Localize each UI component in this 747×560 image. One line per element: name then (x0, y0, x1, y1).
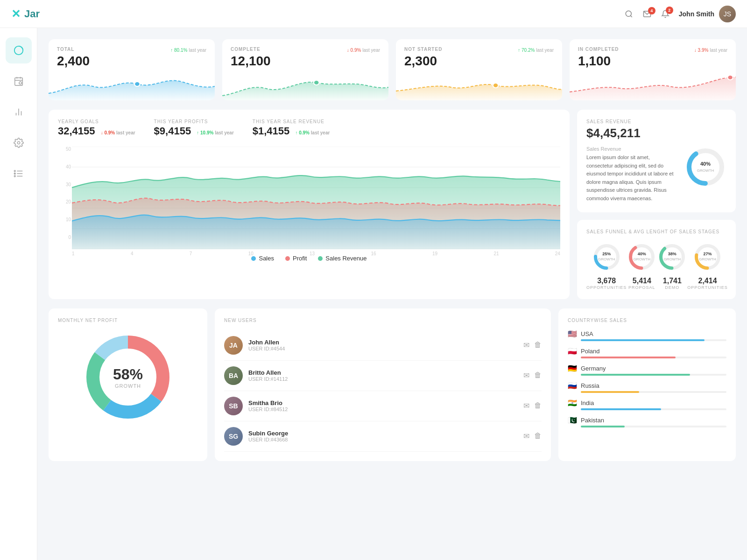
mail-badge: 4 (648, 7, 655, 14)
flag-poland: 🇵🇱 (568, 348, 577, 354)
sidebar-item-filters[interactable] (6, 161, 32, 187)
bar-germany (581, 374, 690, 376)
stat-card-total: TOTAL ↑ 80.1% last year 2,400 (49, 39, 215, 100)
country-row-pakistan: 🇵🇰 Pakistan (568, 417, 726, 427)
svg-point-19 (134, 82, 140, 86)
search-button[interactable] (625, 10, 633, 18)
user-avatar-0: JA (224, 336, 243, 355)
user-actions-1: ✉ 🗑 (523, 371, 542, 380)
flag-germany: 🇩🇪 (568, 365, 577, 371)
country-card: COUNTRYWISE SALES 🇺🇸 USA 🇵🇱 Poland (558, 308, 736, 461)
sales-revenue-card: SALES REVENUE $4,45,211 Sales Revenue Lo… (577, 110, 736, 212)
mail-icon-1[interactable]: ✉ (523, 371, 529, 380)
metric-value-profits: $9,4155 (154, 125, 191, 137)
header-right: 4 2 John Smith JS (625, 6, 736, 22)
svg-point-12 (17, 141, 20, 144)
profit-pct: 58% (113, 365, 143, 383)
country-row-india: 🇮🇳 India (568, 399, 726, 410)
donut-growth-pct: 40% GROWTH (697, 161, 714, 173)
svg-point-21 (493, 83, 499, 88)
metric-value-sale-revenue: $1,4155 (253, 125, 290, 137)
user-row-3: SG Subin George USER ID:#43668 ✉ 🗑 (224, 421, 542, 452)
country-row-russia: 🇷🇺 Russia (568, 382, 726, 393)
x-axis-labels: 147101316192124 (58, 251, 560, 256)
stat-cards-row: TOTAL ↑ 80.1% last year 2,400 (49, 39, 736, 100)
country-name-germany: Germany (581, 365, 606, 372)
sr-body: Sales Revenue Lorem ipsum dolor sit amet… (586, 146, 726, 203)
funnel-item-proposal: 40% GROWTH 5,414 PROPOSAL (627, 242, 657, 290)
stat-value-complete: 12,100 (231, 54, 380, 69)
sidebar-item-settings[interactable] (6, 130, 32, 156)
logo: ✕ Jar (11, 7, 40, 21)
user-info-2: Smitha Brio USER ID:#84512 (248, 399, 518, 412)
user-name-0: John Allen (248, 339, 518, 346)
svg-point-18 (14, 175, 15, 177)
delete-icon-1[interactable]: 🗑 (534, 371, 542, 380)
delete-icon-3[interactable]: 🗑 (534, 432, 542, 441)
sidebar-item-dashboard[interactable] (6, 37, 32, 63)
user-id-0: USER ID:#4544 (248, 346, 518, 351)
stat-card-complete: COMPLETE ↓ 0.9% last year 12,100 (222, 39, 388, 100)
bar-usa (581, 339, 705, 341)
legend-dot-sales-revenue (318, 256, 323, 261)
stat-value-not-started: 2,300 (404, 54, 554, 69)
profit-donut-center: 58% GROWTH (58, 330, 198, 424)
funnel-card: SALES FUNNEL & AVG LENGHT OF SALES STAGE… (577, 220, 736, 299)
svg-point-17 (14, 173, 15, 175)
user-info-1: Britto Allen USER ID:#14112 (248, 369, 518, 382)
flag-india: 🇮🇳 (568, 399, 577, 406)
mail-button[interactable]: 4 (642, 10, 652, 18)
mail-icon-3[interactable]: ✉ (523, 432, 529, 441)
donut-chart-growth: 40% GROWTH (684, 146, 726, 190)
area-chart: 50403020100 (58, 147, 560, 249)
sidebar (0, 28, 37, 472)
bar-pakistan (581, 426, 625, 427)
bar-russia (581, 391, 639, 393)
sidebar-item-analytics[interactable] (6, 99, 32, 125)
user-name-1: Britto Allen (248, 369, 518, 376)
svg-point-8 (19, 82, 21, 84)
user-id-2: USER ID:#84512 (248, 406, 518, 412)
bell-button[interactable]: 2 (661, 9, 669, 19)
metric-sale-revenue: THIS YEAR SALE REVENUE $1,4155 ↑ 0.9% la… (253, 119, 330, 137)
svg-point-0 (626, 11, 631, 16)
user-row-1: BA Britto Allen USER ID:#14112 ✉ 🗑 (224, 361, 542, 391)
right-panel: SALES REVENUE $4,45,211 Sales Revenue Lo… (577, 110, 736, 299)
metric-yearly-goals: YEARLY GOALS 32,4155 ↓ 0.9% last year (58, 119, 135, 137)
bar-poland (581, 357, 676, 358)
country-title: COUNTRYWISE SALES (568, 318, 726, 323)
stat-change-not-started: ↑ 70.2% last year (518, 48, 554, 53)
user-name-3: Subin George (248, 430, 518, 437)
stat-change-total: ↑ 80.1% last year (170, 48, 206, 53)
mail-icon-2[interactable]: ✉ (523, 401, 529, 410)
metric-profits: THIS YEAR PROFITS $9,4155 ↑ 10.9% last y… (154, 119, 234, 137)
sidebar-item-calendar[interactable] (6, 68, 32, 94)
stat-card-in-completed: IN COMPLETED ↓ 3.9% last year 1,100 (570, 39, 736, 100)
legend-dot-profit (285, 256, 290, 261)
delete-icon-0[interactable]: 🗑 (534, 341, 542, 350)
user-actions-0: ✉ 🗑 (523, 341, 542, 350)
funnel-item-demo: 38% GROWTH 1,741 DEMO (657, 242, 687, 290)
profit-title: MONTHLY NET PROFIT (58, 318, 198, 323)
country-name-usa: USA (581, 330, 593, 337)
stat-label-in-completed: IN COMPLETED (578, 47, 619, 52)
user-info-0: John Allen USER ID:#4544 (248, 339, 518, 351)
mail-icon-0[interactable]: ✉ (523, 341, 529, 350)
stat-chart-total (49, 72, 215, 100)
users-card: NEW USERS JA John Allen USER ID:#4544 ✉ … (215, 308, 551, 461)
legend-dot-sales (251, 256, 256, 261)
country-row-poland: 🇵🇱 Poland (568, 348, 726, 358)
user-info-3: Subin George USER ID:#43668 (248, 430, 518, 442)
logo-text: Jar (24, 8, 40, 20)
delete-icon-2[interactable]: 🗑 (534, 401, 542, 410)
metrics-row: YEARLY GOALS 32,4155 ↓ 0.9% last year TH… (58, 119, 560, 137)
user-avatar-2: SB (224, 397, 243, 415)
svg-point-16 (14, 170, 15, 172)
svg-line-1 (630, 15, 632, 17)
profit-card: MONTHLY NET PROFIT (49, 308, 207, 461)
stat-value-total: 2,400 (57, 54, 206, 69)
stat-label-not-started: NOT STARTED (404, 47, 442, 52)
stat-change-complete: ↓ 0.9% last year (347, 48, 380, 53)
stat-card-not-started: NOT STARTED ↑ 70.2% last year 2,300 (396, 39, 562, 100)
user-name-2: Smitha Brio (248, 399, 518, 406)
